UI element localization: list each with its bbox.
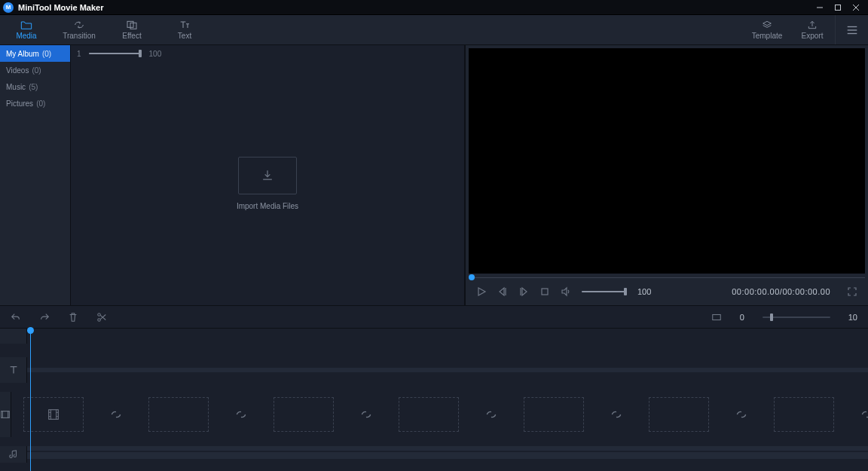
window-maximize-button[interactable]	[829, 0, 847, 15]
timeline-zoom-max: 10	[848, 313, 857, 322]
fullscreen-button[interactable]	[847, 286, 857, 297]
transition-slot[interactable]	[359, 408, 373, 421]
library-zoom-max: 100	[149, 50, 162, 58]
transition-small-icon	[735, 408, 748, 421]
timeline-body	[0, 329, 868, 471]
audio-track-icon	[8, 449, 19, 460]
svg-rect-14	[712, 314, 720, 320]
undo-icon	[11, 312, 21, 323]
sidebar-item-label: Music	[6, 83, 26, 91]
svg-rect-1	[836, 5, 841, 10]
import-media-button[interactable]	[238, 157, 297, 194]
audio-track-lane[interactable]	[27, 446, 868, 463]
library-content: Import Media Files	[71, 62, 464, 305]
export-button[interactable]: Export	[790, 15, 835, 44]
stop-button[interactable]	[539, 286, 550, 297]
video-slot[interactable]	[524, 397, 584, 432]
import-media-caption: Import Media Files	[237, 202, 298, 210]
tab-media[interactable]: Media	[0, 15, 53, 44]
transition-slot[interactable]	[109, 408, 123, 421]
tab-text[interactable]: Text	[158, 15, 211, 44]
template-button[interactable]: Template	[744, 15, 790, 44]
timeline-video-track	[0, 392, 868, 437]
minimize-icon	[816, 4, 824, 11]
transition-slot[interactable]	[610, 408, 623, 421]
fit-button[interactable]	[711, 312, 722, 323]
prev-frame-button[interactable]	[497, 286, 508, 297]
transition-small-icon	[610, 408, 623, 421]
redo-button[interactable]	[39, 312, 50, 323]
tab-transition[interactable]: Transition	[53, 15, 105, 44]
next-frame-button[interactable]	[518, 286, 529, 297]
app-title: MiniTool Movie Maker	[18, 3, 103, 12]
transition-small-icon	[109, 408, 123, 421]
video-slot[interactable]	[649, 397, 709, 432]
tab-effect-label: Effect	[122, 32, 141, 40]
library-main: 1 100 Import Media Files	[71, 45, 464, 305]
video-slot[interactable]	[774, 397, 834, 432]
transition-slot[interactable]	[735, 408, 748, 421]
seek-bar[interactable]	[469, 274, 865, 281]
timeline-ruler-row	[0, 329, 868, 344]
timeline-zoom-min: 0	[740, 313, 744, 322]
window-close-button[interactable]	[847, 0, 865, 15]
menu-button[interactable]	[835, 15, 868, 44]
close-icon	[852, 4, 860, 11]
sidebar-item-pictures[interactable]: Pictures (0)	[0, 95, 70, 112]
stop-icon	[539, 286, 550, 297]
fullscreen-icon	[847, 286, 857, 297]
sidebar-item-my-album[interactable]: My Album (0)	[0, 45, 70, 62]
video-slot[interactable]	[399, 397, 459, 432]
playhead[interactable]	[30, 329, 31, 471]
transition-slot[interactable]	[484, 408, 498, 421]
main-toolbar: Media Transition Effect Text Template Ex…	[0, 15, 868, 45]
transition-small-icon	[234, 408, 248, 421]
video-track-icon	[0, 409, 11, 420]
scissors-icon	[96, 312, 107, 323]
folder-icon	[20, 20, 32, 30]
split-button[interactable]	[96, 312, 107, 323]
transition-small-icon	[484, 408, 498, 421]
sidebar-item-videos[interactable]: Videos (0)	[0, 62, 70, 78]
tab-effect[interactable]: Effect	[105, 15, 158, 44]
sidebar-item-label: My Album	[6, 50, 39, 58]
sidebar-item-count: (5)	[29, 83, 38, 91]
timeline-ruler[interactable]	[27, 329, 868, 344]
transition-slot[interactable]	[234, 408, 248, 421]
text-track-icon	[8, 365, 19, 375]
preview-panel: 100 00:00:00.00/00:00:00.00	[466, 45, 868, 305]
undo-button[interactable]	[11, 312, 21, 323]
mute-button[interactable]	[561, 286, 571, 297]
video-preview[interactable]	[469, 48, 865, 274]
video-slot[interactable]	[274, 397, 334, 432]
export-icon	[806, 20, 818, 30]
redo-icon	[39, 312, 50, 323]
volume-icon	[561, 286, 571, 297]
video-slot[interactable]	[23, 397, 84, 432]
hamburger-icon	[845, 23, 859, 37]
video-slot[interactable]	[148, 397, 209, 432]
tab-text-label: Text	[178, 32, 191, 40]
tab-transition-label: Transition	[63, 32, 96, 40]
transition-small-icon	[359, 408, 373, 421]
svg-rect-11	[542, 289, 548, 295]
library-zoom-row: 1 100	[71, 45, 464, 62]
text-track-lane[interactable]	[27, 357, 868, 383]
library-zoom-slider[interactable]	[89, 49, 142, 58]
tab-media-label: Media	[16, 32, 36, 40]
library-sidebar: My Album (0) Videos (0) Music (5) Pictur…	[0, 45, 71, 305]
delete-button[interactable]	[68, 312, 78, 323]
step-forward-icon	[518, 286, 529, 297]
svg-point-13	[98, 318, 101, 321]
play-button[interactable]	[476, 286, 487, 297]
effect-icon	[126, 20, 138, 30]
title-bar: M MiniTool Movie Maker	[0, 0, 868, 15]
timeline-zoom-slider[interactable]	[763, 313, 830, 322]
volume-slider[interactable]	[582, 287, 627, 296]
volume-value: 100	[637, 287, 651, 296]
trash-icon	[68, 312, 78, 323]
transition-slot[interactable]	[860, 408, 868, 421]
window-minimize-button[interactable]	[811, 0, 829, 15]
sidebar-item-music[interactable]: Music (5)	[0, 78, 70, 95]
video-track-lane[interactable]	[11, 392, 868, 437]
